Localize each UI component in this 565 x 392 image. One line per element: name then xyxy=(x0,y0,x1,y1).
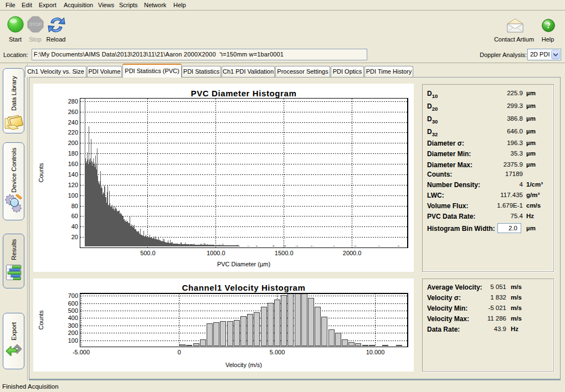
svg-text:Counts: Counts xyxy=(38,310,44,329)
svg-text:1500.0: 1500.0 xyxy=(275,250,294,256)
svg-text:100: 100 xyxy=(68,192,78,199)
svg-text:80: 80 xyxy=(71,203,78,209)
svg-text:120: 120 xyxy=(68,182,78,188)
svg-text:280: 280 xyxy=(68,98,78,105)
svg-text:500.0: 500.0 xyxy=(140,250,156,256)
svg-text:100: 100 xyxy=(68,337,78,344)
svg-text:STOP: STOP xyxy=(29,22,42,27)
svg-text:?: ? xyxy=(546,21,550,30)
svg-text:300: 300 xyxy=(68,322,78,329)
svg-text:200: 200 xyxy=(68,140,78,146)
svg-text:700: 700 xyxy=(68,292,78,299)
svg-text:2000.0: 2000.0 xyxy=(343,250,362,256)
svg-text:60: 60 xyxy=(71,213,78,219)
svg-text:240: 240 xyxy=(68,119,78,126)
svg-text:5.000: 5.000 xyxy=(270,349,285,355)
svg-text:140: 140 xyxy=(68,171,78,178)
svg-text:10.000: 10.000 xyxy=(366,349,385,355)
svg-text:260: 260 xyxy=(68,109,78,115)
svg-text:20: 20 xyxy=(71,234,78,240)
svg-text:600: 600 xyxy=(68,300,78,307)
svg-text:1000.0: 1000.0 xyxy=(207,250,225,256)
svg-text:500: 500 xyxy=(68,307,78,314)
svg-text:220: 220 xyxy=(68,129,78,136)
svg-text:400: 400 xyxy=(68,314,78,321)
svg-text:Counts: Counts xyxy=(38,163,44,182)
svg-text:40: 40 xyxy=(71,223,78,230)
svg-text:PVC Diameter (µm): PVC Diameter (µm) xyxy=(217,261,270,267)
svg-text:0: 0 xyxy=(177,349,181,355)
svg-text:200: 200 xyxy=(68,329,78,336)
svg-text:180: 180 xyxy=(68,150,78,157)
svg-text:Channel1 Velocity Histogram: Channel1 Velocity Histogram xyxy=(182,283,306,292)
svg-text:-5.000: -5.000 xyxy=(73,349,90,355)
svg-text:160: 160 xyxy=(68,161,78,167)
svg-text:PVC Diameter Histogram: PVC Diameter Histogram xyxy=(191,89,297,98)
svg-text:Velocity (m/s): Velocity (m/s) xyxy=(225,362,262,368)
